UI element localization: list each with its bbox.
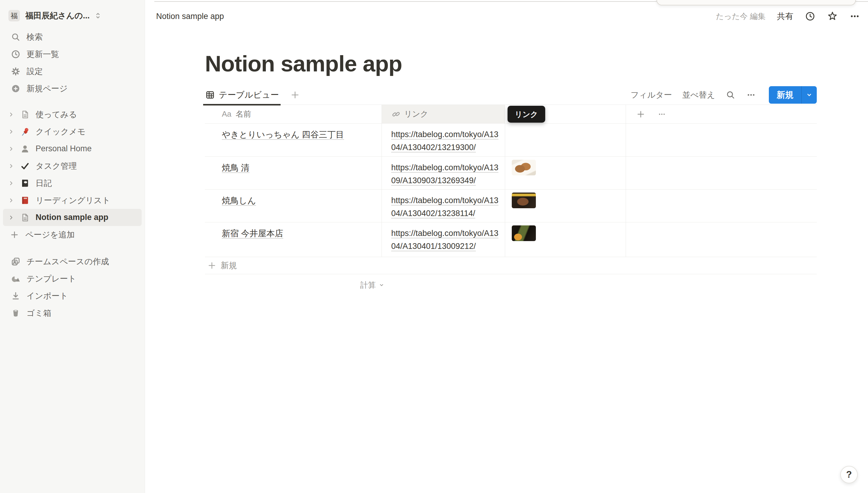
- sidebar-page-quick-memo[interactable]: クイックメモ: [3, 123, 142, 140]
- record-url: https://tabelog.com/tokyo/A1304/A130402/…: [391, 130, 499, 152]
- import-icon: [10, 291, 21, 301]
- sidebar-page-personal-home[interactable]: Personal Home: [3, 140, 142, 157]
- chevron-right-icon[interactable]: [7, 162, 15, 170]
- link-chain-icon: [391, 110, 400, 119]
- sort-button[interactable]: 並べ替え: [682, 89, 715, 100]
- column-header-link[interactable]: リンク: [382, 105, 505, 123]
- filter-button[interactable]: フィルター: [630, 89, 672, 100]
- cell-name[interactable]: 焼鳥しん: [205, 190, 382, 222]
- new-record-button[interactable]: 新規: [769, 86, 817, 104]
- sidebar-item-import[interactable]: インポート: [0, 287, 145, 304]
- sidebar-item-templates[interactable]: テンプレート: [0, 270, 145, 287]
- plus-icon: [9, 229, 20, 240]
- record-url: https://tabelog.com/tokyo/A1304/A130402/…: [391, 196, 499, 218]
- column-header-image[interactable]: リンク: [505, 105, 626, 123]
- notebook-icon: [19, 177, 31, 189]
- record-title: 焼鳥しん: [222, 196, 256, 205]
- new-record-button-label: 新規: [769, 86, 801, 104]
- sidebar-item-label: ゴミ箱: [26, 308, 51, 319]
- sidebar-page-getting-started[interactable]: 使ってみる: [3, 106, 142, 123]
- view-controls: フィルター 並べ替え 新規: [630, 86, 817, 104]
- cell-link[interactable]: https://tabelog.com/tokyo/A1309/A130903/…: [382, 157, 505, 189]
- search-icon[interactable]: [725, 90, 736, 100]
- more-options-icon[interactable]: [849, 11, 860, 22]
- restaurant-photo-thumbnail[interactable]: [512, 193, 536, 208]
- calculate-button[interactable]: 計算: [205, 280, 385, 291]
- chevron-right-icon[interactable]: [7, 214, 15, 221]
- topbar-actions: たった今 編集 共有: [716, 11, 860, 22]
- restaurant-photo-thumbnail[interactable]: [512, 226, 536, 241]
- sidebar-page-reading-list[interactable]: リーディングリスト: [3, 192, 142, 209]
- breadcrumb[interactable]: Notion sample app: [156, 12, 224, 21]
- table-row: 新宿 今井屋本店 https://tabelog.com/tokyo/A1304…: [205, 222, 817, 257]
- column-header-name[interactable]: Aa 名前: [205, 105, 382, 123]
- add-column-icon[interactable]: [636, 109, 646, 119]
- sidebar-page-notion-sample-app[interactable]: Notion sample app: [3, 209, 142, 226]
- sidebar-item-label: 設定: [26, 66, 43, 77]
- red-book-icon: [19, 195, 31, 206]
- add-row-button[interactable]: 新規: [205, 257, 817, 274]
- sidebar-page-label: Notion sample app: [36, 213, 108, 222]
- plus-icon: [208, 261, 216, 270]
- pushpin-icon: [19, 126, 31, 137]
- sidebar-page-label: リーディングリスト: [36, 195, 110, 206]
- sidebar-item-settings[interactable]: 設定: [0, 63, 145, 80]
- document-icon: [19, 109, 31, 120]
- help-button[interactable]: ?: [840, 466, 858, 484]
- gear-icon: [10, 66, 21, 77]
- document-icon: [19, 212, 31, 223]
- restaurant-photo-thumbnail[interactable]: [512, 127, 536, 142]
- chevron-right-icon[interactable]: [7, 196, 15, 204]
- cell-name[interactable]: 新宿 今井屋本店: [205, 222, 382, 257]
- database-table: Aa 名前 リンク リンク: [205, 105, 817, 296]
- cell-image[interactable]: [505, 124, 626, 156]
- cell-link[interactable]: https://tabelog.com/tokyo/A1304/A130401/…: [382, 222, 505, 257]
- table-row: 焼鳥 清 https://tabelog.com/tokyo/A1309/A13…: [205, 157, 817, 190]
- cell-link[interactable]: https://tabelog.com/tokyo/A1304/A130402/…: [382, 124, 505, 156]
- sidebar-page-label: タスク管理: [36, 160, 77, 171]
- more-options-icon[interactable]: [746, 90, 756, 100]
- table-footer: 計算: [205, 274, 817, 296]
- sidebar-page-label: Personal Home: [36, 144, 92, 153]
- cell-image[interactable]: [505, 222, 626, 257]
- sidebar-bottom-menu: チームスペースの作成 テンプレート インポート: [0, 253, 145, 322]
- share-button[interactable]: 共有: [777, 11, 793, 22]
- restaurant-photo-thumbnail[interactable]: [512, 160, 536, 175]
- sidebar-item-create-teamspace[interactable]: チームスペースの作成: [0, 253, 145, 270]
- template-icon: [10, 273, 21, 284]
- chevron-right-icon[interactable]: [7, 179, 15, 187]
- sidebar-item-search[interactable]: 検索: [0, 28, 145, 45]
- plus-circle-icon: [10, 83, 21, 94]
- tab-table-view[interactable]: テーブルビュー: [205, 85, 279, 105]
- trash-icon: [10, 308, 21, 319]
- chevron-right-icon[interactable]: [7, 145, 15, 153]
- sidebar-page-task-management[interactable]: タスク管理: [3, 157, 142, 174]
- add-view-icon[interactable]: [290, 90, 300, 100]
- add-row-label: 新規: [221, 260, 237, 271]
- cell-link[interactable]: https://tabelog.com/tokyo/A1304/A130402/…: [382, 190, 505, 222]
- sidebar-page-diary[interactable]: 日記: [3, 174, 142, 192]
- search-icon: [10, 31, 21, 42]
- cell-image[interactable]: [505, 190, 626, 222]
- chevron-right-icon[interactable]: [7, 128, 15, 135]
- row-trailing-space: [626, 190, 817, 222]
- sidebar-item-trash[interactable]: ゴミ箱: [0, 304, 145, 322]
- chevron-down-icon[interactable]: [802, 86, 817, 104]
- star-icon[interactable]: [827, 11, 838, 22]
- sidebar-item-updates[interactable]: 更新一覧: [0, 45, 145, 63]
- table-options-icon[interactable]: [657, 109, 667, 119]
- sidebar-item-new-page[interactable]: 新規ページ: [0, 80, 145, 97]
- cell-image[interactable]: [505, 157, 626, 189]
- page-title[interactable]: Notion sample app: [205, 51, 402, 77]
- history-clock-icon[interactable]: [805, 11, 816, 22]
- cell-name[interactable]: 焼鳥 清: [205, 157, 382, 189]
- sidebar-item-label: ページを追加: [25, 229, 75, 240]
- workspace-name: 福田辰紀さんの...: [25, 10, 89, 21]
- workspace-switcher[interactable]: 福 福田辰紀さんの...: [0, 8, 145, 23]
- sidebar-item-label: インポート: [26, 291, 68, 301]
- chevron-right-icon[interactable]: [7, 111, 15, 119]
- cell-name[interactable]: やきとりいっちゃん 四谷三丁目: [205, 124, 382, 156]
- sidebar-add-page[interactable]: ページを追加: [0, 226, 145, 243]
- record-title: やきとりいっちゃん 四谷三丁目: [222, 130, 344, 139]
- edited-status: たった今 編集: [716, 11, 765, 22]
